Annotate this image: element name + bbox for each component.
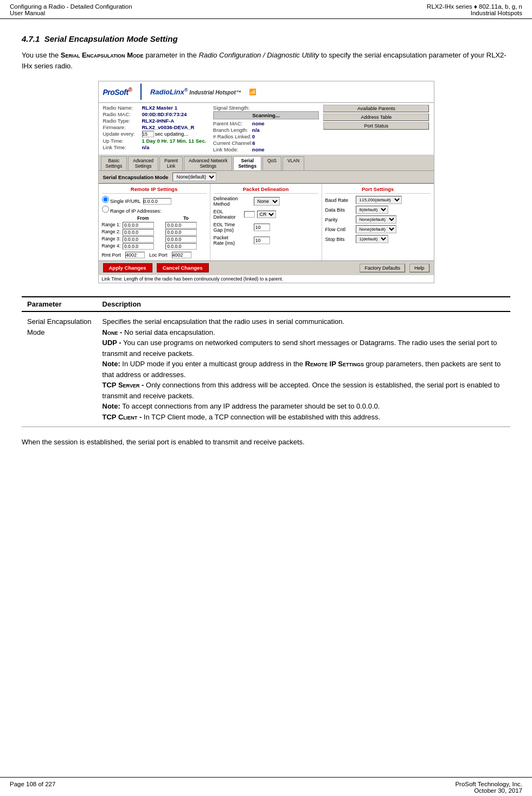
radio-name-label: Radio Name: [103, 105, 142, 111]
apply-changes-button[interactable]: Apply Changes [103, 263, 152, 272]
single-ip-radio[interactable] [102, 196, 109, 203]
parent-mac-label: Parent MAC: [213, 120, 252, 126]
single-ip-label: Single IP/URL [110, 199, 140, 204]
rmt-port-input[interactable] [125, 252, 145, 258]
parity-row: Parity None(default) [325, 215, 431, 224]
eol-time-input[interactable] [254, 224, 270, 231]
radios-linked-label: # Radios Linked: [213, 133, 252, 139]
factory-defaults-button[interactable]: Factory Defaults [360, 264, 405, 272]
radio-topbar: ProSoft® RadioLinx® Industrial Hotspot™ … [99, 81, 434, 103]
single-ip-input[interactable] [143, 198, 171, 205]
range4-to-input[interactable] [165, 243, 197, 250]
port-status-button[interactable]: Port Status [323, 122, 429, 130]
baud-rate-label: Baud Rate [325, 198, 354, 203]
closing-paragraph: When the session is established, the ser… [22, 437, 510, 448]
header-right-line1: RLX2-IHx series ♦ 802.11a, b, g, n [427, 3, 522, 10]
signal-row: Signal Strength: [213, 105, 319, 111]
desc-udp: UDP - You can use programs on networked … [102, 337, 505, 359]
tab-basic-settings[interactable]: BasicSettings [101, 156, 127, 170]
branch-length-row: Branch Length: n/a [213, 127, 319, 133]
wifi-icon: 📶 [249, 88, 257, 95]
table-row: Serial EncapsulationMode Specifies the s… [22, 311, 510, 427]
scanning-bar: Scanning... [213, 111, 319, 119]
help-button[interactable]: Help [409, 264, 430, 272]
parity-select[interactable]: None(default) [356, 215, 396, 224]
tab-vlan[interactable]: VLAN [283, 156, 304, 170]
range2-to-input[interactable] [165, 229, 197, 235]
serial-mode-label: Serial Encapsulation Mode [103, 174, 169, 180]
desc-intro: Specifies the serial encapsulation that … [102, 316, 505, 327]
stop-bits-select[interactable]: 1(default) [356, 235, 388, 243]
desc-none: None - No serial data encapsulation. [102, 327, 505, 338]
address-table-button[interactable]: Address Table [323, 113, 429, 121]
radio-mac-value: 00:0D:8D:F0:73:24 [142, 111, 187, 117]
section-number: 4.7.1 [22, 34, 40, 43]
industrial-hotspot-label: Industrial Hotspot™ [189, 90, 241, 95]
branch-length-label: Branch Length: [213, 127, 252, 133]
loc-port-input[interactable] [172, 252, 191, 258]
loc-port-label: Loc Port [149, 252, 168, 258]
range1-label: Range 1: [102, 222, 121, 228]
tab-parent-link[interactable]: ParentLink [159, 156, 183, 170]
packet-rate-row: PacketRate (ms) [214, 235, 318, 246]
range4-label: Range 4: [102, 243, 121, 250]
range3-to-input[interactable] [165, 236, 197, 243]
range2-label: Range 2: [102, 229, 121, 235]
range3-from-input[interactable] [123, 236, 154, 243]
prosoft-logo: ProSoft® [103, 87, 132, 97]
radio-type-row: Radio Type: RLX2-IHNF-A [103, 118, 209, 124]
available-parents-button[interactable]: Available Parents [323, 105, 429, 112]
delin-method-select[interactable]: None [254, 197, 280, 206]
range-ip-radio[interactable] [102, 206, 109, 213]
range2-from-input[interactable] [123, 229, 154, 235]
parameter-table: Parameter Description Serial Encapsulati… [22, 296, 510, 427]
tab-qos[interactable]: QoS [262, 156, 281, 170]
footer-right-line2: October 30, 2017 [455, 787, 522, 794]
footer-left: Page 108 of 227 [10, 781, 55, 794]
link-mode-label: Link Mode: [213, 147, 252, 152]
three-panel-grid: Remote IP Settings Single IP/URL Range o… [99, 183, 434, 260]
baud-rate-select[interactable]: 115,200(default) [356, 196, 402, 204]
eol-delin-select[interactable]: CR [257, 211, 276, 218]
update-interval-input[interactable] [142, 131, 154, 137]
eol-delin-text-input[interactable] [244, 211, 255, 218]
link-mode-value: none [252, 147, 265, 152]
radiolinx-logo-area: RadioLinx® Industrial Hotspot™ [150, 87, 241, 96]
radios-linked-value: 0 [252, 133, 255, 139]
desc-note-udp: Note: In UDP mode if you enter a multica… [102, 359, 505, 380]
current-channel-row: Current Channel: 6 [213, 140, 319, 146]
desc-tcp-server: TCP Server - Only connections from this … [102, 380, 505, 401]
cancel-changes-button[interactable]: Cancel Changes [157, 263, 209, 272]
range4-from-input[interactable] [123, 243, 154, 250]
data-bits-select[interactable]: 8(default) [356, 206, 388, 214]
tab-serial-settings[interactable]: SerialSettings [233, 156, 261, 170]
desc-note-tcp: Note: To accept connections from any IP … [102, 401, 505, 412]
port-row: Rmt Port Loc Port [102, 252, 207, 258]
radio-mac-row: Radio MAC: 00:0D:8D:F0:73:24 [103, 111, 209, 117]
data-bits-label: Data Bits [325, 207, 354, 213]
table-col1-header: Parameter [22, 297, 97, 311]
packet-panel: Packet Delineation DelineationMethod Non… [210, 184, 322, 260]
footer-right: ProSoft Technology, Inc. October 30, 201… [455, 781, 522, 794]
packet-rate-label: PacketRate (ms) [214, 235, 252, 246]
desc-tcp-client: TCP Client - In TCP Client mode, a TCP c… [102, 412, 505, 423]
page-header: Configuring a Radio - Detailed Configura… [0, 0, 532, 19]
radios-linked-row: # Radios Linked: 0 [213, 133, 319, 139]
linktime-label: Link Time: [103, 144, 142, 150]
ip-col-from: From [123, 215, 163, 221]
topbar-divider [140, 84, 142, 100]
intro-italic: Radio Configuration / Diagnostic Utility [198, 51, 319, 59]
radio-type-label: Radio Type: [103, 118, 142, 124]
range1-from-input[interactable] [123, 222, 154, 228]
prosoft-reg: ® [129, 87, 132, 93]
serial-mode-select[interactable]: None(default) [172, 173, 216, 181]
packet-rate-input[interactable] [254, 237, 270, 244]
radio-ui-screenshot: ProSoft® RadioLinx® Industrial Hotspot™ … [98, 81, 434, 283]
tab-advanced-network[interactable]: Advanced NetworkSettings [184, 156, 232, 170]
ip-range-grid: From To Range 1: Range 2: Range 3: Range… [102, 215, 207, 250]
flow-cntl-label: Flow Cntl [325, 227, 354, 232]
tab-advanced-settings[interactable]: AdvancedSettings [128, 156, 158, 170]
header-left: Configuring a Radio - Detailed Configura… [10, 3, 132, 16]
flow-cntl-select[interactable]: None(default) [356, 225, 396, 233]
range1-to-input[interactable] [165, 222, 197, 228]
